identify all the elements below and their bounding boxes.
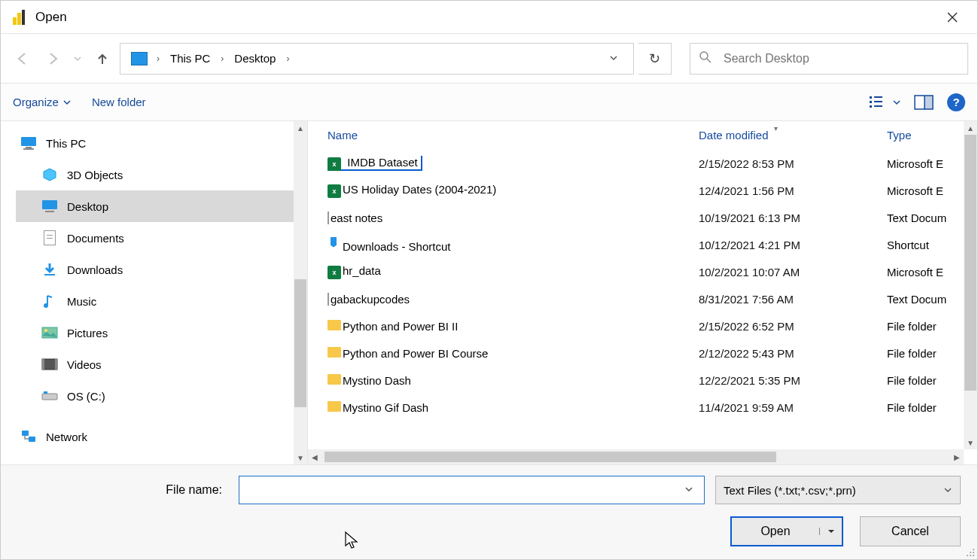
search-input[interactable] bbox=[722, 51, 958, 66]
file-date: 2/15/2022 8:53 PM bbox=[699, 157, 887, 170]
sidebar-desktop[interactable]: Desktop bbox=[16, 190, 307, 222]
scroll-left-icon[interactable]: ◀ bbox=[308, 453, 321, 461]
chevron-right-icon[interactable]: › bbox=[155, 53, 161, 64]
file-row[interactable]: Mystino Dash12/22/2021 5:35 PMFile folde… bbox=[308, 367, 977, 394]
file-row[interactable]: xhr_data10/2/2021 10:07 AMMicrosoft E bbox=[308, 258, 977, 285]
help-button[interactable]: ? bbox=[947, 93, 965, 111]
this-pc-icon bbox=[131, 52, 148, 65]
column-name[interactable]: Name bbox=[328, 129, 699, 142]
scroll-thumb[interactable] bbox=[324, 452, 776, 462]
sidebar-pictures[interactable]: Pictures bbox=[16, 317, 307, 348]
sidebar-documents[interactable]: Documents bbox=[16, 222, 307, 254]
svg-rect-1 bbox=[17, 13, 21, 25]
open-button[interactable]: Open bbox=[730, 516, 843, 546]
close-button[interactable] bbox=[935, 5, 970, 30]
body: This PC 3D Objects Desktop Documents bbox=[1, 121, 977, 464]
sidebar-videos[interactable]: Videos bbox=[16, 348, 307, 380]
resize-grip-icon[interactable] bbox=[965, 547, 976, 558]
chevron-right-icon[interactable]: › bbox=[285, 53, 291, 64]
sidebar-3d-objects[interactable]: 3D Objects bbox=[16, 159, 307, 190]
chevron-down-icon[interactable] bbox=[680, 483, 698, 497]
svg-line-6 bbox=[707, 59, 711, 62]
svg-rect-18 bbox=[23, 148, 34, 150]
breadcrumb-dropdown[interactable] bbox=[599, 52, 629, 65]
filter-label: Text Files (*.txt;*.csv;*.prn) bbox=[724, 484, 856, 497]
file-date: 11/4/2021 9:59 AM bbox=[699, 401, 887, 414]
forward-button[interactable] bbox=[40, 46, 66, 72]
svg-rect-0 bbox=[13, 17, 17, 25]
svg-rect-7 bbox=[870, 96, 872, 99]
up-button[interactable] bbox=[90, 46, 115, 72]
text-file-icon bbox=[328, 293, 329, 306]
sidebar-music[interactable]: Music bbox=[16, 285, 307, 317]
svg-point-23 bbox=[44, 303, 48, 308]
new-folder-label: New folder bbox=[92, 96, 146, 108]
file-type-filter[interactable]: Text Files (*.txt;*.csv;*.prn) bbox=[715, 476, 961, 504]
svg-point-36 bbox=[967, 555, 968, 556]
file-row[interactable]: Downloads - Shortcut10/12/2021 4:21 PMSh… bbox=[308, 231, 977, 258]
file-row[interactable]: gabackupcodes8/31/2021 7:56 AMText Docum bbox=[308, 285, 977, 312]
sidebar-scrollbar[interactable]: ▲ ▼ bbox=[294, 121, 307, 464]
chevron-right-icon[interactable]: › bbox=[219, 53, 225, 64]
window-title: Open bbox=[35, 10, 935, 25]
back-button[interactable] bbox=[10, 46, 35, 72]
svg-point-33 bbox=[973, 549, 974, 550]
file-row[interactable]: Python and Power BI II2/15/2022 6:52 PMF… bbox=[308, 312, 977, 339]
sidebar-this-pc[interactable]: This PC bbox=[16, 127, 307, 159]
svg-rect-16 bbox=[21, 137, 36, 146]
file-name: hr_data bbox=[343, 264, 381, 277]
filename-input[interactable] bbox=[245, 482, 680, 498]
breadcrumb-desktop[interactable]: Desktop bbox=[227, 44, 283, 74]
sidebar-item-label: Music bbox=[67, 295, 96, 308]
scroll-up-icon[interactable]: ▲ bbox=[964, 121, 977, 135]
file-row[interactable]: Python and Power BI Course2/12/2022 5:43… bbox=[308, 339, 977, 367]
file-name: east notes bbox=[331, 212, 382, 224]
filelist-horizontal-scrollbar[interactable]: ◀ ▶ bbox=[308, 449, 964, 464]
scroll-down-icon[interactable]: ▼ bbox=[964, 436, 977, 449]
scroll-up-icon[interactable]: ▲ bbox=[294, 121, 307, 135]
view-options-button[interactable] bbox=[869, 95, 900, 110]
cube-icon bbox=[41, 167, 58, 182]
videos-icon bbox=[41, 358, 58, 370]
file-date: 10/2/2021 10:07 AM bbox=[699, 266, 887, 278]
column-date[interactable]: ▾ Date modified bbox=[699, 129, 887, 142]
file-row[interactable]: Mystino Gif Dash11/4/2021 9:59 AMFile fo… bbox=[308, 394, 977, 421]
breadcrumb-this-pc[interactable]: This PC bbox=[163, 44, 218, 74]
file-date: 2/12/2022 5:43 PM bbox=[699, 347, 887, 360]
refresh-button[interactable]: ↻ bbox=[638, 43, 672, 75]
scroll-right-icon[interactable]: ▶ bbox=[950, 453, 964, 461]
scroll-thumb[interactable] bbox=[964, 135, 976, 391]
recent-dropdown[interactable] bbox=[70, 46, 85, 72]
file-row[interactable]: xUS Holiday Dates (2004-2021)12/4/2021 1… bbox=[308, 177, 977, 204]
file-row[interactable]: east notes10/19/2021 6:13 PMText Docum bbox=[308, 204, 977, 231]
svg-rect-9 bbox=[870, 105, 872, 108]
file-row[interactable]: x IMDB Dataset2/15/2022 8:53 PMMicrosoft… bbox=[308, 150, 977, 177]
svg-rect-32 bbox=[29, 437, 35, 442]
open-button-dropdown[interactable] bbox=[819, 528, 842, 535]
filename-label: File name: bbox=[17, 483, 228, 497]
sidebar-os-c[interactable]: OS (C:) bbox=[16, 380, 307, 412]
document-icon bbox=[41, 230, 58, 245]
breadcrumb-bar[interactable]: › This PC › Desktop › bbox=[120, 43, 634, 75]
sidebar-item-label: This PC bbox=[46, 137, 86, 150]
file-name: x IMDB Dataset bbox=[328, 156, 422, 171]
organize-menu[interactable]: Organize bbox=[13, 96, 71, 108]
svg-rect-21 bbox=[45, 211, 54, 212]
sort-indicator-icon: ▾ bbox=[774, 124, 778, 132]
scroll-down-icon[interactable]: ▼ bbox=[294, 451, 307, 464]
filelist-vertical-scrollbar[interactable]: ▲ ▼ bbox=[964, 121, 977, 449]
preview-pane-button[interactable] bbox=[914, 95, 934, 110]
filename-combobox[interactable] bbox=[239, 476, 705, 504]
chevron-down-icon bbox=[63, 99, 71, 106]
scroll-thumb[interactable] bbox=[294, 279, 306, 407]
cancel-button[interactable]: Cancel bbox=[860, 516, 961, 546]
file-name: gabackupcodes bbox=[331, 293, 410, 306]
file-name: Mystino Gif Dash bbox=[343, 401, 428, 414]
sidebar-downloads[interactable]: Downloads bbox=[16, 254, 307, 285]
svg-point-5 bbox=[700, 52, 708, 59]
this-pc-icon bbox=[20, 136, 37, 150]
new-folder-button[interactable]: New folder bbox=[92, 96, 146, 108]
pictures-icon bbox=[41, 327, 58, 339]
search-box[interactable] bbox=[690, 43, 968, 75]
sidebar-network[interactable]: Network bbox=[16, 421, 307, 452]
